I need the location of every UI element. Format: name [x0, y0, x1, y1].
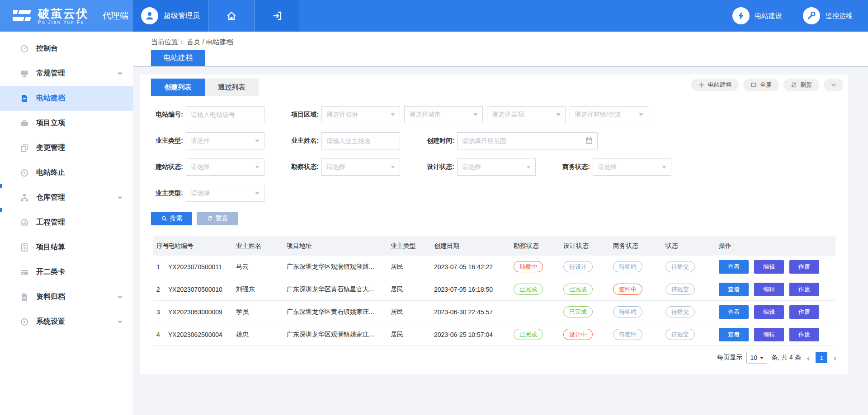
sidebar-item-type2-card[interactable]: 开二类卡 [0, 260, 133, 284]
header-nav-monitor-ops[interactable]: 监控运维 [803, 7, 853, 24]
cell-owner-name: 刘强东 [236, 285, 287, 294]
page-size-select[interactable]: 10 [746, 352, 767, 364]
select-placeholder: 请选择 [598, 163, 617, 171]
cell-survey-status: 已完成 [514, 284, 563, 295]
tab-pass-list[interactable]: 通过列表 [205, 79, 259, 96]
header-nav-station-build[interactable]: 电站建设 [732, 7, 782, 24]
target-icon [20, 168, 29, 177]
select-placeholder: 请选择城市 [409, 111, 441, 119]
tab-create-list[interactable]: 创建列表 [151, 79, 205, 96]
logout-icon [272, 10, 283, 21]
sidebar-item-change-management[interactable]: 变更管理 [0, 135, 133, 160]
void-button[interactable]: 作废 [789, 283, 819, 296]
status-pill: 待提交 [665, 284, 695, 295]
void-button[interactable]: 作废 [789, 328, 819, 341]
city-select[interactable]: 请选择城市 [404, 106, 483, 123]
status-pill: 已完成 [514, 284, 543, 295]
page-tab-station-filing[interactable]: 电站建档 [151, 50, 205, 66]
reset-button[interactable]: 重置 [197, 212, 238, 225]
toolbar-fullscreen-button[interactable]: 全屏 [743, 79, 779, 91]
design-status-select[interactable]: 请选择 [457, 159, 536, 176]
sidebar-item-engineering-management[interactable]: 工程管理 [0, 210, 133, 235]
logout-button[interactable] [254, 0, 299, 32]
refresh-icon [791, 82, 797, 88]
view-button[interactable]: 查看 [719, 305, 749, 319]
sidebar-item-warehouse-management[interactable]: 仓库管理 [0, 185, 133, 210]
sidebar-item-system-settings[interactable]: 系统设置 [0, 309, 133, 334]
cell-business-status: 待签约 [613, 329, 665, 340]
search-button[interactable]: 搜索 [151, 212, 192, 225]
chevron-down-icon [117, 319, 123, 325]
wrench-icon [803, 7, 820, 24]
view-button[interactable]: 查看 [719, 328, 749, 341]
sidebar-item-project-initiation[interactable]: 项目立项 [0, 111, 133, 135]
chevron-down-icon [117, 195, 123, 201]
filter-form: 电站编号:项目区域: 请选择省份 请选择城市 请选择县/区 请选择村镇/街道 业… [140, 96, 848, 225]
cell-seq: 1 [153, 263, 168, 270]
create-time-input[interactable] [457, 132, 598, 149]
list-tabs: 创建列表通过列表 [151, 79, 259, 96]
sidebar-item-station-termination[interactable]: 电站终止 [0, 160, 133, 185]
breadcrumb: 当前位置： 首页 / 电站建档 [151, 38, 868, 47]
chevron-down-icon [760, 357, 764, 359]
logo-block: 破茧云伏 Po Jian Yun Fu 代理端 [0, 0, 133, 32]
page-number[interactable]: 1 [816, 352, 827, 363]
toolbar-create-station-button[interactable]: 电站建档 [691, 79, 739, 91]
logo-divider [96, 9, 96, 23]
cell-seq: 2 [153, 286, 168, 293]
header-nav: 电站建设 监控运维 [732, 0, 853, 32]
owner-type-select[interactable]: 请选择 [186, 132, 264, 149]
toolbar-refresh-button[interactable]: 刷新 [783, 79, 819, 91]
owner-type-2-select[interactable]: 请选择 [186, 185, 264, 202]
next-page-button[interactable]: › [831, 353, 838, 362]
build-status-select[interactable]: 请选择 [186, 159, 264, 176]
edit-button[interactable]: 编辑 [754, 328, 784, 341]
edit-button[interactable]: 编辑 [754, 283, 784, 296]
survey-status-select[interactable]: 请选择 [321, 159, 400, 176]
cell-design-status: 设计中 [563, 329, 613, 340]
cell-actions: 查看编辑作废 [719, 328, 835, 341]
county-select[interactable]: 请选择县/区 [487, 106, 566, 123]
status-pill: 待提交 [665, 329, 695, 340]
calculator-icon [20, 243, 29, 252]
chevron-down-icon [526, 166, 531, 168]
village-select[interactable]: 请选择村镇/街道 [570, 106, 648, 123]
business-status-select[interactable]: 请选择 [593, 159, 671, 176]
column-header: 项目地址 [287, 242, 391, 250]
main-content: 当前位置： 首页 / 电站建档 电站建档 创建列表通过列表 电站建档 全屏 刷新… [133, 32, 868, 415]
sidebar-scroll-mark [0, 184, 2, 188]
sidebar-item-data-archive[interactable]: 资料归档 [0, 284, 133, 309]
edit-button[interactable]: 编辑 [754, 305, 784, 319]
current-user[interactable]: 超级管理员 [133, 0, 208, 32]
cell-created-date: 2023-06-25 10:57:04 [434, 331, 514, 338]
toolbar-collapse-button[interactable] [824, 79, 844, 91]
design-status-label: 设计状态: [422, 163, 457, 171]
toolbar-button-label: 全屏 [760, 81, 772, 89]
cell-owner-name: 学员 [236, 308, 287, 316]
breadcrumb-home[interactable]: 首页 [187, 38, 200, 46]
owner-name-input[interactable] [321, 132, 400, 149]
cell-status: 待提交 [665, 261, 719, 272]
edit-button[interactable]: 编辑 [754, 260, 784, 274]
select-placeholder: 请选择 [191, 189, 210, 197]
chevron-down-icon [391, 166, 395, 168]
void-button[interactable]: 作废 [789, 260, 819, 274]
sidebar-item-console[interactable]: 控制台 [0, 36, 133, 61]
station-code-input[interactable] [186, 106, 264, 123]
view-button[interactable]: 查看 [719, 260, 749, 274]
sidebar-item-general-management[interactable]: 常规管理 [0, 61, 133, 86]
survey-status-label: 勘察状态: [287, 163, 321, 171]
sidebar-item-station-filing[interactable]: 电站建档 [0, 86, 133, 111]
home-button[interactable] [208, 0, 254, 32]
sidebar-item-project-settlement[interactable]: 项目结算 [0, 235, 133, 260]
void-button[interactable]: 作废 [789, 305, 819, 319]
view-button[interactable]: 查看 [719, 283, 749, 296]
cell-actions: 查看编辑作废 [719, 283, 835, 296]
prev-page-button[interactable]: ‹ [805, 353, 812, 362]
cell-project-address: 广东深圳龙华区黄石镇星官大... [287, 285, 391, 294]
cell-actions: 查看编辑作废 [719, 260, 835, 274]
bolt-icon [732, 7, 750, 24]
cell-survey-status: 已完成 [514, 329, 563, 340]
province-select[interactable]: 请选择省份 [321, 106, 400, 123]
portal-label: 代理端 [103, 10, 128, 22]
